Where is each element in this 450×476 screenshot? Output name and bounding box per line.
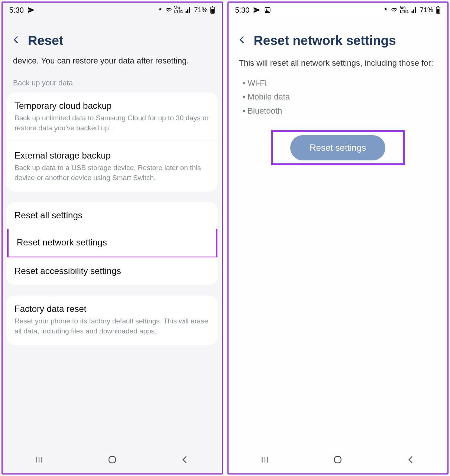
header: Reset network settings — [229, 17, 448, 55]
screen-reset-network: 5:30 Vo)LTE1 71% Reset network settings … — [227, 1, 449, 475]
wifi-icon — [391, 7, 398, 13]
nav-bar — [229, 447, 448, 473]
bullet-wifi: Wi-Fi — [243, 76, 437, 90]
page-title: Reset network settings — [254, 33, 396, 48]
status-bar: 5:30 Vo)LTE1 71% — [3, 3, 222, 17]
battery-icon — [210, 6, 215, 14]
item-title: External storage backup — [14, 150, 210, 161]
reset-settings-button[interactable]: Reset settings — [290, 135, 385, 160]
external-storage-backup[interactable]: External storage backup Back up data to … — [6, 142, 218, 192]
back-icon[interactable] — [12, 35, 21, 46]
svg-rect-15 — [335, 456, 341, 463]
svg-point-8 — [266, 9, 268, 10]
recents-button[interactable] — [34, 455, 44, 466]
item-desc: Back up unlimited data to Samsung Cloud … — [14, 113, 210, 133]
bullet-bluetooth: Bluetooth — [243, 104, 437, 118]
battery-percent: 71% — [420, 6, 433, 14]
send-icon — [27, 6, 35, 14]
image-icon — [264, 7, 271, 13]
lte-indicator: Vo)LTE1 — [400, 6, 409, 14]
item-title: Temporary cloud backup — [14, 101, 210, 111]
clock: 5:30 — [235, 6, 250, 14]
back-icon[interactable] — [237, 35, 247, 46]
item-title: Reset all settings — [14, 210, 210, 221]
factory-data-reset[interactable]: Factory data reset Reset your phone to i… — [6, 296, 218, 345]
factory-card: Factory data reset Reset your phone to i… — [6, 296, 218, 345]
wifi-icon — [165, 7, 172, 13]
reset-accessibility-settings[interactable]: Reset accessibility settings — [6, 257, 218, 285]
item-title: Reset accessibility settings — [14, 266, 210, 276]
signal-icon — [185, 7, 192, 13]
battery-saver-icon — [383, 7, 389, 13]
home-button[interactable] — [107, 455, 117, 466]
reset-button-highlight: Reset settings — [271, 130, 405, 165]
item-title: Factory data reset — [14, 304, 210, 314]
reset-network-settings[interactable]: Reset network settings — [7, 229, 217, 258]
signal-icon — [411, 7, 418, 13]
page-title: Reset — [28, 33, 63, 48]
svg-rect-2 — [211, 9, 214, 13]
battery-icon — [436, 6, 441, 14]
svg-rect-1 — [212, 6, 213, 7]
header: Reset — [3, 17, 222, 55]
backup-card: Temporary cloud backup Back up unlimited… — [6, 92, 218, 192]
reset-card: Reset all settings Reset network setting… — [6, 202, 218, 285]
intro-text: device. You can restore your data after … — [3, 55, 222, 71]
send-icon — [253, 6, 260, 14]
lte-indicator: Vo)LTE1 — [174, 6, 183, 14]
svg-rect-10 — [437, 6, 439, 7]
home-button[interactable] — [333, 455, 343, 466]
item-desc: Back up data to a USB storage device. Re… — [14, 163, 210, 183]
rns-intro: This will reset all network settings, in… — [229, 55, 448, 72]
item-title: Reset network settings — [17, 237, 208, 248]
back-button[interactable] — [406, 455, 416, 466]
status-bar: 5:30 Vo)LTE1 71% — [229, 3, 448, 17]
svg-rect-6 — [109, 456, 115, 463]
temp-cloud-backup[interactable]: Temporary cloud backup Back up unlimited… — [6, 92, 218, 142]
recents-button[interactable] — [260, 455, 270, 466]
section-label: Back up your data — [3, 71, 222, 92]
item-desc: Reset your phone to its factory default … — [14, 316, 210, 336]
reset-all-settings[interactable]: Reset all settings — [6, 202, 218, 229]
svg-rect-11 — [437, 9, 440, 13]
back-button[interactable] — [180, 455, 190, 466]
nav-bar — [3, 447, 222, 473]
battery-saver-icon — [157, 7, 163, 13]
battery-percent: 71% — [194, 6, 207, 14]
screen-reset: 5:30 Vo)LTE1 71% Reset device. You can r… — [1, 1, 223, 475]
clock: 5:30 — [9, 6, 24, 14]
bullets: Wi-Fi Mobile data Bluetooth — [229, 72, 448, 125]
bullet-mobile-data: Mobile data — [243, 90, 437, 104]
